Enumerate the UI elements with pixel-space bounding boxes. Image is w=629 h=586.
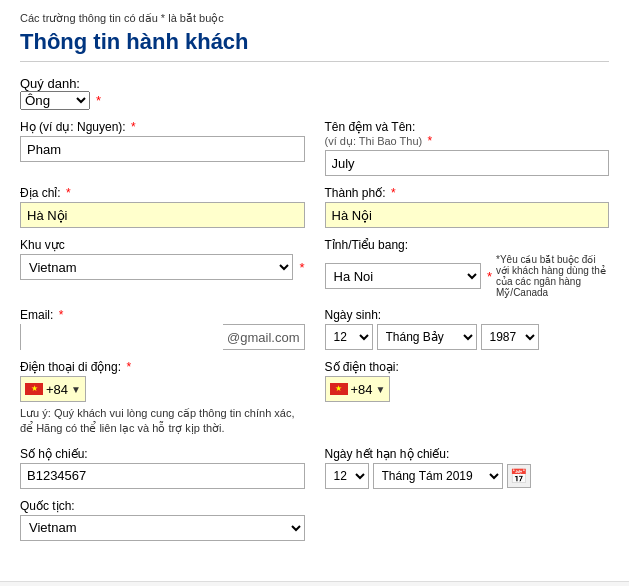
ngaysinh-month-select[interactable]: Tháng Bảy: [377, 324, 477, 350]
dienthoai-label: Điện thoại di động: *: [20, 360, 305, 374]
ho-label: Họ (ví dụ: Nguyen): *: [20, 120, 305, 134]
sohochieu-input[interactable]: [20, 463, 305, 489]
tinh-required: *: [487, 269, 492, 284]
ho-field: Họ (ví dụ: Nguyen): *: [20, 120, 305, 176]
ten-sublabel: (ví dụ: Thi Bao Thu): [325, 135, 423, 147]
khuvuc-field: Khu vực Vietnam *: [20, 238, 305, 298]
form-grid: Họ (ví dụ: Nguyen): * Tên đệm và Tên: (v…: [20, 120, 609, 551]
sodienthoai-row: +84 ▼: [325, 376, 610, 402]
email-input-row: @gmail.com: [20, 324, 305, 350]
required-note: Các trường thông tin có dấu * là bắt buộ…: [20, 12, 609, 25]
sodienthoai-flag-select[interactable]: +84 ▼: [325, 376, 391, 402]
page-title: Thông tin hành khách: [20, 29, 609, 62]
khuvuc-label: Khu vực: [20, 238, 305, 252]
quydanh-required: *: [96, 93, 101, 108]
tinh-label: Tỉnh/Tiểu bang:: [325, 238, 610, 252]
dienthoai-row: +84 ▼: [20, 376, 305, 402]
ngaysinh-row: 12 Tháng Bảy 1987: [325, 324, 610, 350]
dienthoai-required: *: [126, 360, 131, 374]
ho-required: *: [131, 120, 136, 134]
footer-bar: Quay về Tiếp tục: [0, 581, 629, 586]
sodienthoai-label: Số điện thoại:: [325, 360, 610, 374]
thanhpho-required: *: [391, 186, 396, 200]
quydanh-row: Ông Bà Cô *: [20, 91, 609, 110]
dienthoai-flag-select[interactable]: +84 ▼: [20, 376, 86, 402]
tinh-field: Tỉnh/Tiểu bang: Ha Noi * *Yêu cầu bắt bu…: [325, 238, 610, 298]
email-prefix-input[interactable]: [21, 324, 223, 350]
quydanh-label: Quý danh:: [20, 76, 80, 91]
diachi-required: *: [66, 186, 71, 200]
tinh-row: Ha Noi * *Yêu cầu bắt buộc đối với khách…: [325, 254, 610, 298]
khuvuc-required: *: [299, 260, 304, 275]
sohochieu-label: Số hộ chiếu:: [20, 447, 305, 461]
thanhpho-field: Thành phố: *: [325, 186, 610, 228]
sohochieu-field: Số hộ chiếu:: [20, 447, 305, 489]
tinh-note: *Yêu cầu bắt buộc đối với khách hàng dùn…: [496, 254, 609, 298]
email-label: Email: *: [20, 308, 305, 322]
ngayhethanhochieu-label: Ngày hết hạn hộ chiếu:: [325, 447, 610, 461]
tinh-select[interactable]: Ha Noi: [325, 263, 481, 289]
email-required: *: [59, 308, 64, 322]
dienthoai-chevron-icon: ▼: [71, 384, 81, 395]
calendar-button[interactable]: 📅: [507, 464, 531, 488]
vn-flag-icon-2: [330, 383, 348, 395]
ho-input[interactable]: [20, 136, 305, 162]
sodienthoai-code: +84: [351, 382, 373, 397]
email-field: Email: * @gmail.com: [20, 308, 305, 350]
thanhpho-label: Thành phố: *: [325, 186, 610, 200]
quydanh-select[interactable]: Ông Bà Cô: [20, 91, 90, 110]
ten-label: Tên đệm và Tên: (ví dụ: Thi Bao Thu) *: [325, 120, 610, 148]
vn-flag-icon: [25, 383, 43, 395]
sodienthoai-field: Số điện thoại: +84 ▼: [325, 360, 610, 437]
quoctich-select[interactable]: Vietnam: [20, 515, 305, 541]
ngaysinh-year-select[interactable]: 1987: [481, 324, 539, 350]
diachi-field: Địa chỉ: *: [20, 186, 305, 228]
ten-field: Tên đệm và Tên: (ví dụ: Thi Bao Thu) *: [325, 120, 610, 176]
thanhpho-input[interactable]: [325, 202, 610, 228]
quoctich-label: Quốc tịch:: [20, 499, 305, 513]
passport-day-select[interactable]: 12: [325, 463, 369, 489]
quoctich-row: Vietnam: [20, 515, 305, 541]
sodienthoai-chevron-icon: ▼: [376, 384, 386, 395]
ngayhethanhochieu-row: 12 Tháng Tám 2019 📅: [325, 463, 610, 489]
diachi-input[interactable]: [20, 202, 305, 228]
dienthoai-code: +84: [46, 382, 68, 397]
ngaysinh-label: Ngày sinh:: [325, 308, 610, 322]
empty-right: [325, 499, 610, 551]
ngaysinh-field: Ngày sinh: 12 Tháng Bảy 1987: [325, 308, 610, 350]
ngayhethanhochieu-field: Ngày hết hạn hộ chiếu: 12 Tháng Tám 2019…: [325, 447, 610, 489]
diachi-label: Địa chỉ: *: [20, 186, 305, 200]
dienthoai-field: Điện thoại di động: * +84 ▼ Lưu ý: Quý k…: [20, 360, 305, 437]
email-suffix: @gmail.com: [223, 327, 303, 348]
page-container: Các trường thông tin có dấu * là bắt buộ…: [0, 0, 629, 571]
khuvuc-row: Vietnam *: [20, 254, 305, 280]
khuvuc-select[interactable]: Vietnam: [20, 254, 293, 280]
ngaysinh-day-select[interactable]: 12: [325, 324, 373, 350]
quydanh-section: Quý danh: Ông Bà Cô *: [20, 76, 609, 110]
quoctich-field: Quốc tịch: Vietnam: [20, 499, 305, 541]
dienthoai-note: Lưu ý: Quý khách vui lòng cung cấp thông…: [20, 406, 305, 437]
ten-input[interactable]: [325, 150, 610, 176]
ten-required: *: [428, 134, 433, 148]
passport-month-select[interactable]: Tháng Tám 2019: [373, 463, 503, 489]
